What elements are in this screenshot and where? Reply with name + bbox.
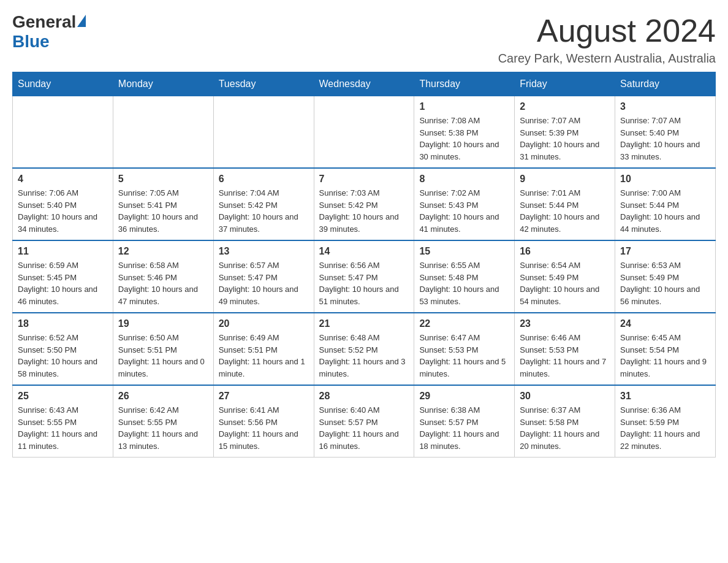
day-info: Sunrise: 7:05 AM Sunset: 5:41 PM Dayligh… — [118, 187, 208, 235]
day-number: 6 — [219, 174, 309, 185]
month-title: August 2024 — [498, 12, 716, 49]
day-info: Sunrise: 7:01 AM Sunset: 5:44 PM Dayligh… — [520, 187, 610, 235]
calendar-table: Sunday Monday Tuesday Wednesday Thursday… — [12, 72, 716, 458]
day-info: Sunrise: 6:38 AM Sunset: 5:57 PM Dayligh… — [419, 404, 509, 452]
table-row: 4Sunrise: 7:06 AM Sunset: 5:40 PM Daylig… — [13, 168, 113, 240]
table-row: 15Sunrise: 6:55 AM Sunset: 5:48 PM Dayli… — [414, 240, 515, 313]
calendar-week-row: 25Sunrise: 6:43 AM Sunset: 5:55 PM Dayli… — [13, 385, 716, 458]
day-number: 31 — [620, 391, 710, 402]
day-number: 21 — [319, 318, 409, 329]
day-info: Sunrise: 6:37 AM Sunset: 5:58 PM Dayligh… — [520, 404, 610, 452]
day-number: 13 — [219, 246, 309, 257]
table-row: 9Sunrise: 7:01 AM Sunset: 5:44 PM Daylig… — [515, 168, 615, 240]
day-number: 19 — [118, 318, 208, 329]
page-header: General Blue August 2024 Carey Park, Wes… — [12, 12, 716, 66]
day-number: 23 — [520, 318, 610, 329]
table-row: 1Sunrise: 7:08 AM Sunset: 5:38 PM Daylig… — [414, 96, 515, 169]
calendar-week-row: 4Sunrise: 7:06 AM Sunset: 5:40 PM Daylig… — [13, 168, 716, 240]
header-sunday: Sunday — [13, 72, 113, 96]
calendar-week-row: 18Sunrise: 6:52 AM Sunset: 5:50 PM Dayli… — [13, 313, 716, 385]
day-info: Sunrise: 6:49 AM Sunset: 5:51 PM Dayligh… — [219, 332, 309, 380]
day-info: Sunrise: 7:07 AM Sunset: 5:39 PM Dayligh… — [520, 115, 610, 163]
table-row — [314, 96, 414, 169]
table-row: 12Sunrise: 6:58 AM Sunset: 5:46 PM Dayli… — [113, 240, 213, 313]
day-number: 14 — [319, 246, 409, 257]
table-row: 20Sunrise: 6:49 AM Sunset: 5:51 PM Dayli… — [213, 313, 314, 385]
table-row: 17Sunrise: 6:53 AM Sunset: 5:49 PM Dayli… — [615, 240, 716, 313]
day-info: Sunrise: 6:54 AM Sunset: 5:49 PM Dayligh… — [520, 259, 610, 307]
header-thursday: Thursday — [414, 72, 515, 96]
day-number: 2 — [520, 101, 610, 112]
day-number: 17 — [620, 246, 710, 257]
day-number: 10 — [620, 174, 710, 185]
day-info: Sunrise: 7:04 AM Sunset: 5:42 PM Dayligh… — [219, 187, 309, 235]
day-number: 20 — [219, 318, 309, 329]
logo-blue-text: Blue — [12, 32, 50, 52]
day-info: Sunrise: 6:56 AM Sunset: 5:47 PM Dayligh… — [319, 259, 409, 307]
day-number: 11 — [18, 246, 108, 257]
day-info: Sunrise: 6:48 AM Sunset: 5:52 PM Dayligh… — [319, 332, 409, 380]
table-row: 23Sunrise: 6:46 AM Sunset: 5:53 PM Dayli… — [515, 313, 615, 385]
header-wednesday: Wednesday — [314, 72, 414, 96]
day-info: Sunrise: 6:58 AM Sunset: 5:46 PM Dayligh… — [118, 259, 208, 307]
table-row: 18Sunrise: 6:52 AM Sunset: 5:50 PM Dayli… — [13, 313, 113, 385]
logo-general-text: General — [12, 12, 76, 32]
logo-triangle-icon — [77, 15, 86, 27]
day-info: Sunrise: 7:02 AM Sunset: 5:43 PM Dayligh… — [419, 187, 509, 235]
day-info: Sunrise: 7:00 AM Sunset: 5:44 PM Dayligh… — [620, 187, 710, 235]
table-row: 21Sunrise: 6:48 AM Sunset: 5:52 PM Dayli… — [314, 313, 414, 385]
table-row — [13, 96, 113, 169]
day-number: 16 — [520, 246, 610, 257]
table-row — [213, 96, 314, 169]
day-number: 9 — [520, 174, 610, 185]
day-info: Sunrise: 6:50 AM Sunset: 5:51 PM Dayligh… — [118, 332, 208, 380]
day-info: Sunrise: 6:43 AM Sunset: 5:55 PM Dayligh… — [18, 404, 108, 452]
title-block: August 2024 Carey Park, Western Australi… — [498, 12, 716, 66]
table-row: 14Sunrise: 6:56 AM Sunset: 5:47 PM Dayli… — [314, 240, 414, 313]
table-row: 2Sunrise: 7:07 AM Sunset: 5:39 PM Daylig… — [515, 96, 615, 169]
header-tuesday: Tuesday — [213, 72, 314, 96]
day-info: Sunrise: 6:57 AM Sunset: 5:47 PM Dayligh… — [219, 259, 309, 307]
header-saturday: Saturday — [615, 72, 716, 96]
day-number: 18 — [18, 318, 108, 329]
day-info: Sunrise: 6:55 AM Sunset: 5:48 PM Dayligh… — [419, 259, 509, 307]
day-info: Sunrise: 6:45 AM Sunset: 5:54 PM Dayligh… — [620, 332, 710, 380]
day-number: 15 — [419, 246, 509, 257]
table-row: 28Sunrise: 6:40 AM Sunset: 5:57 PM Dayli… — [314, 385, 414, 458]
day-number: 28 — [319, 391, 409, 402]
day-number: 8 — [419, 174, 509, 185]
table-row: 10Sunrise: 7:00 AM Sunset: 5:44 PM Dayli… — [615, 168, 716, 240]
table-row: 13Sunrise: 6:57 AM Sunset: 5:47 PM Dayli… — [213, 240, 314, 313]
day-info: Sunrise: 6:41 AM Sunset: 5:56 PM Dayligh… — [219, 404, 309, 452]
day-number: 1 — [419, 101, 509, 112]
day-number: 4 — [18, 174, 108, 185]
table-row: 22Sunrise: 6:47 AM Sunset: 5:53 PM Dayli… — [414, 313, 515, 385]
day-info: Sunrise: 6:52 AM Sunset: 5:50 PM Dayligh… — [18, 332, 108, 380]
logo: General Blue — [12, 12, 86, 52]
header-monday: Monday — [113, 72, 213, 96]
calendar-week-row: 11Sunrise: 6:59 AM Sunset: 5:45 PM Dayli… — [13, 240, 716, 313]
day-info: Sunrise: 7:07 AM Sunset: 5:40 PM Dayligh… — [620, 115, 710, 163]
day-number: 30 — [520, 391, 610, 402]
day-number: 29 — [419, 391, 509, 402]
table-row: 25Sunrise: 6:43 AM Sunset: 5:55 PM Dayli… — [13, 385, 113, 458]
day-number: 27 — [219, 391, 309, 402]
day-number: 7 — [319, 174, 409, 185]
day-number: 24 — [620, 318, 710, 329]
table-row: 3Sunrise: 7:07 AM Sunset: 5:40 PM Daylig… — [615, 96, 716, 169]
day-info: Sunrise: 7:03 AM Sunset: 5:42 PM Dayligh… — [319, 187, 409, 235]
table-row: 31Sunrise: 6:36 AM Sunset: 5:59 PM Dayli… — [615, 385, 716, 458]
table-row: 19Sunrise: 6:50 AM Sunset: 5:51 PM Dayli… — [113, 313, 213, 385]
table-row: 6Sunrise: 7:04 AM Sunset: 5:42 PM Daylig… — [213, 168, 314, 240]
table-row: 5Sunrise: 7:05 AM Sunset: 5:41 PM Daylig… — [113, 168, 213, 240]
table-row: 8Sunrise: 7:02 AM Sunset: 5:43 PM Daylig… — [414, 168, 515, 240]
day-info: Sunrise: 6:40 AM Sunset: 5:57 PM Dayligh… — [319, 404, 409, 452]
table-row: 27Sunrise: 6:41 AM Sunset: 5:56 PM Dayli… — [213, 385, 314, 458]
table-row: 29Sunrise: 6:38 AM Sunset: 5:57 PM Dayli… — [414, 385, 515, 458]
day-info: Sunrise: 7:06 AM Sunset: 5:40 PM Dayligh… — [18, 187, 108, 235]
day-number: 5 — [118, 174, 208, 185]
header-friday: Friday — [515, 72, 615, 96]
table-row: 24Sunrise: 6:45 AM Sunset: 5:54 PM Dayli… — [615, 313, 716, 385]
calendar-week-row: 1Sunrise: 7:08 AM Sunset: 5:38 PM Daylig… — [13, 96, 716, 169]
day-info: Sunrise: 6:59 AM Sunset: 5:45 PM Dayligh… — [18, 259, 108, 307]
